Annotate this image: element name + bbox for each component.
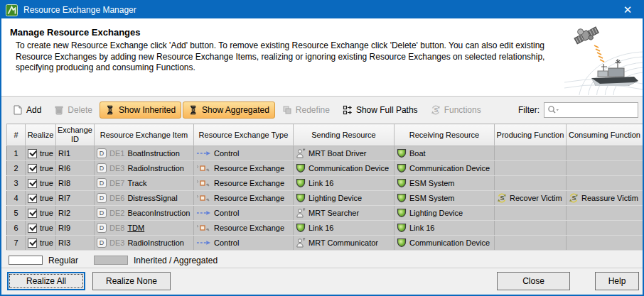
redefine-button[interactable]: Redefine [277, 102, 336, 119]
table-row[interactable]: 5 true RI2 DDE2BeaconInstruction Control… [7, 206, 643, 221]
realize-cell[interactable]: true [26, 191, 56, 206]
close-button[interactable]: Close [497, 272, 570, 290]
filter-input[interactable] [560, 104, 631, 116]
person-icon [296, 148, 306, 158]
table-row[interactable]: 2 true RI6 DDE3RadioInstruction Resource… [7, 161, 643, 176]
resource-artifact-icon [397, 208, 407, 218]
realize-none-button[interactable]: Realize None [92, 272, 171, 290]
resource-exchange-icon [196, 194, 211, 202]
realize-all-button[interactable]: Realize All [7, 272, 85, 290]
resource-artifact-icon [296, 193, 306, 203]
redefine-icon [282, 105, 292, 115]
show-full-paths-button[interactable]: Show Full Paths [337, 102, 424, 119]
col-header-receiving[interactable]: Receiving Resource [394, 124, 494, 146]
data-element-badge: D [97, 178, 107, 188]
col-header-num[interactable]: # [7, 124, 26, 146]
toolbar: Add Delete Show Inherited Show Aggregate… [1, 97, 643, 123]
person-icon [296, 238, 306, 248]
realize-cell[interactable]: true [26, 146, 56, 161]
legend-inherited-swatch [94, 256, 128, 265]
delete-button[interactable]: Delete [48, 102, 98, 119]
control-flow-icon [196, 150, 211, 157]
functions-button[interactable]: Functions [425, 102, 487, 119]
realize-cell[interactable]: true [26, 176, 56, 191]
table-row[interactable]: 3 true RI8 DDE7Track Resource Exchange L… [7, 176, 643, 191]
resource-exchange-icon [196, 165, 211, 172]
help-button[interactable]: Help [595, 272, 639, 290]
resource-artifact-icon [397, 163, 407, 173]
col-header-type[interactable]: Resource Exchange Type [193, 124, 293, 146]
filter-input-box[interactable] [544, 102, 638, 118]
function-icon [497, 193, 507, 203]
legend: Regular Inherited / Aggregated [1, 253, 643, 268]
resource-exchange-icon [196, 224, 211, 231]
realize-cell[interactable]: true [26, 236, 56, 251]
data-element-badge: D [97, 148, 107, 158]
button-bar: Realize All Realize None Close Help [1, 269, 643, 293]
resource-artifact-icon [296, 178, 306, 188]
resource-artifact-icon [397, 148, 407, 158]
checkbox-checked-icon[interactable] [28, 179, 37, 188]
checkbox-checked-icon[interactable] [28, 224, 37, 233]
col-header-consuming[interactable]: Consuming Function [566, 124, 643, 146]
data-element-badge: D [97, 223, 107, 233]
close-window-icon[interactable]: ✕ [617, 4, 638, 16]
trash-icon [54, 105, 64, 115]
satellite-ship-illustration [564, 20, 643, 95]
data-element-badge: D [97, 208, 107, 218]
app-logo-icon [6, 4, 18, 16]
new-page-icon [13, 105, 23, 115]
col-header-realize[interactable]: Realize [26, 124, 56, 146]
control-flow-icon [196, 239, 211, 246]
resource-artifact-icon [397, 178, 407, 188]
show-inherited-toggle[interactable]: Show Inherited [100, 102, 181, 119]
legend-regular-label: Regular [48, 256, 78, 265]
col-header-item[interactable]: Resource Exchange Item [94, 124, 193, 146]
data-element-badge: D [97, 193, 107, 203]
resource-exchange-manager-dialog: Resource Exchange Manager ✕ Manage Resou… [0, 0, 644, 296]
col-header-sending[interactable]: Sending Resource [293, 124, 394, 146]
checkbox-checked-icon[interactable] [28, 209, 37, 218]
person-icon [296, 208, 306, 218]
exchange-table: # Realize Exchange ID Resource Exchange … [6, 124, 643, 251]
col-header-exchange-id[interactable]: Exchange ID [55, 124, 94, 146]
checkbox-checked-icon[interactable] [28, 239, 37, 248]
window-title: Resource Exchange Manager [23, 5, 136, 15]
header-banner: Manage Resource Exchanges To create new … [1, 18, 643, 97]
resource-artifact-icon [397, 223, 407, 233]
hourglass-icon [188, 105, 198, 115]
add-button[interactable]: Add [7, 102, 47, 119]
function-icon [569, 193, 579, 203]
legend-inherited-label: Inherited / Aggregated [134, 256, 218, 265]
realize-cell[interactable]: true [26, 221, 56, 236]
realize-cell[interactable]: true [26, 161, 56, 176]
show-aggregated-toggle[interactable]: Show Aggregated [183, 102, 275, 119]
data-element-badge: D [97, 238, 107, 248]
resource-exchange-icon [196, 180, 211, 187]
filter-label: Filter: [518, 105, 540, 115]
table-row[interactable]: 7 true RI3 DDE3RadioInstruction Control … [7, 236, 643, 251]
checkbox-checked-icon[interactable] [28, 149, 37, 158]
checkbox-checked-icon[interactable] [28, 164, 37, 173]
col-header-producing[interactable]: Producing Function [494, 124, 566, 146]
data-element-badge: D [97, 163, 107, 173]
resource-artifact-icon [397, 193, 407, 203]
page-title: Manage Resource Exchanges [1, 18, 643, 40]
resource-artifact-icon [296, 163, 306, 173]
table-row[interactable]: 1 true RI1 DDE1BoatInstruction Control M… [7, 146, 643, 161]
hourglass-icon [105, 105, 115, 115]
resource-artifact-icon [397, 238, 407, 248]
table-header-row: # Realize Exchange ID Resource Exchange … [7, 124, 643, 146]
page-description: To create new Resource Exchange click 'A… [1, 40, 549, 74]
table-row[interactable]: 6 true RI9 DDE8TDM Resource Exchange Lin… [7, 221, 643, 236]
search-icon[interactable] [547, 105, 560, 115]
title-bar: Resource Exchange Manager ✕ [0, 0, 644, 20]
checkbox-checked-icon[interactable] [28, 194, 37, 203]
control-flow-icon [196, 209, 211, 216]
legend-regular-swatch [9, 256, 43, 265]
realize-cell[interactable]: true [26, 206, 56, 221]
function-icon [431, 105, 441, 115]
resource-artifact-icon [296, 223, 306, 233]
full-paths-icon [343, 105, 353, 115]
table-row[interactable]: 4 true RI7 DDE6DistressSignal Resource E… [7, 191, 643, 206]
